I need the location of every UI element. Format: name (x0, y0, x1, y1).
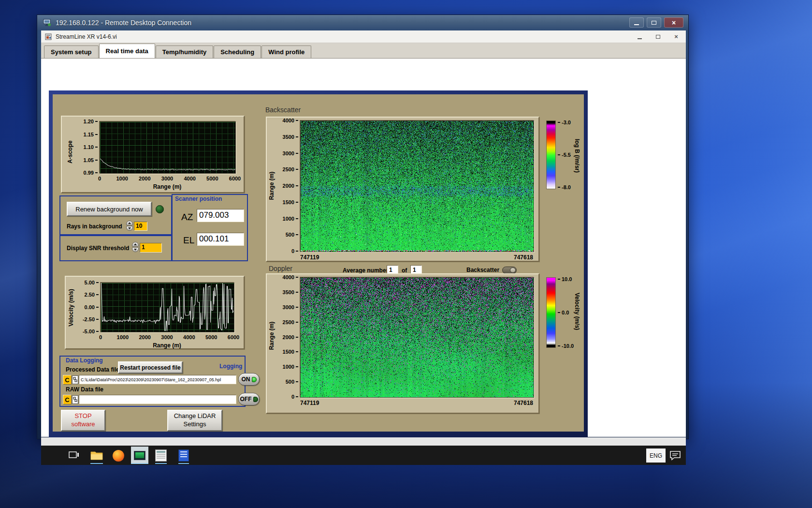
doppler-xmax-label: 747618 (465, 400, 533, 406)
toggle-knob (510, 268, 516, 273)
tab-real-time-data[interactable]: Real time data (99, 44, 155, 58)
el-value-field: 000.101 (197, 233, 244, 246)
velocity-yticks: 5.002.500.00-2.50-5.00 (78, 280, 99, 334)
taskbar: ENG (41, 446, 686, 465)
scan-scheduler-open-indicator (155, 463, 167, 464)
ascope-yticks: 1.201.151.101.050.99 (77, 119, 98, 176)
doppler-plot-canvas (301, 278, 534, 397)
app-titlebar[interactable]: StreamLine XR v14-6.vi × (41, 30, 686, 43)
ascope-plot (100, 121, 236, 174)
app-close-button[interactable]: × (669, 32, 683, 41)
change-lidar-settings-button[interactable]: Change LiDAR Settings (167, 410, 222, 431)
spinner-up-icon (128, 222, 131, 224)
raw-logging-toggle[interactable]: OFF (238, 393, 260, 405)
backscatter-xmin-label: 747119 (300, 254, 319, 261)
tab-system-setup[interactable]: System setup (44, 45, 99, 58)
blue-app-open-indicator (178, 463, 189, 464)
az-value-field: 079.003 (197, 209, 244, 222)
raw-browse-icon[interactable] (72, 395, 78, 404)
rdp-close-button[interactable]: × (664, 17, 683, 28)
rdp-window: 192.168.0.122 - Remote Desktop Connectio… (37, 15, 689, 439)
backscatter-title: Backscatter (265, 106, 301, 114)
backscatter-plot (300, 120, 534, 252)
change-line1: Change LiDAR (174, 412, 216, 420)
rays-in-background-label: Rays in background (67, 223, 122, 230)
doppler-title: Doppler (269, 265, 292, 272)
restart-processed-file-button[interactable]: Restart processed file (118, 361, 183, 374)
backscatter-toggle-label: Backscatter (466, 267, 499, 273)
backscatter-yticks: 40003500300025002000150010005000 (276, 118, 298, 254)
scanner-position-title: Scanner position (175, 195, 222, 202)
ascope-xlabel: Range (m) (100, 183, 235, 190)
renew-background-led (156, 205, 164, 213)
task-view-icon[interactable] (68, 450, 80, 463)
tab-scheduling[interactable]: Scheduling (214, 45, 261, 58)
snr-value-field[interactable]: 1 (140, 243, 162, 253)
active-app-taskbar-button[interactable] (131, 447, 148, 464)
spinner-down-icon (128, 227, 131, 229)
main-panel-frame: A-scope 1.201.151.101.050.99 01000200030… (49, 90, 588, 437)
data-logging-title: Data Logging (66, 357, 103, 364)
processed-logging-toggle[interactable]: ON (238, 373, 260, 386)
of-label: of (402, 267, 407, 274)
renew-background-button[interactable]: Renew background now (67, 202, 152, 216)
ascope-xticks: 0100020003000400050006000 (100, 176, 235, 181)
tab-wind-profile[interactable]: Wind profile (261, 45, 311, 58)
logging-on-led (252, 377, 257, 382)
logging-off-led (253, 397, 258, 402)
file-explorer-open-indicator (90, 463, 103, 464)
raw-data-file-label: RAW Data file (66, 386, 103, 393)
backscatter-colorbar (546, 120, 556, 189)
app-window: StreamLine XR v14-6.vi × System setup Re… (41, 30, 686, 437)
snr-spinner[interactable] (132, 242, 139, 253)
doppler-colorbar-label: Velocity (m/s) (574, 293, 580, 330)
rdp-maximize-button[interactable] (647, 17, 661, 28)
language-indicator[interactable]: ENG (646, 448, 666, 463)
stop-line1: STOP (74, 412, 91, 420)
rdp-icon (43, 19, 52, 27)
on-label: ON (242, 376, 250, 383)
action-center-icon[interactable] (669, 450, 681, 463)
scan-scheduler-icon[interactable] (155, 449, 167, 462)
tab-temp-humidity[interactable]: Temp/humidity (156, 45, 213, 58)
velocity-xlabel: Range (m) (101, 342, 233, 349)
tab-bar: System setup Real time data Temp/humidit… (41, 43, 686, 59)
spinner-down-icon (134, 249, 137, 251)
processed-browse-icon[interactable] (72, 375, 78, 384)
app-maximize-button[interactable] (651, 32, 665, 41)
processed-path-field[interactable]: C:\Lidar\Data\Proc\2023\202309\20230907\… (79, 375, 236, 384)
doppler-ylabel: Range (m) (268, 312, 275, 360)
blue-app-icon[interactable] (178, 449, 189, 462)
file-explorer-icon[interactable] (90, 450, 103, 463)
app-icon (45, 33, 52, 40)
el-label: EL (183, 235, 194, 246)
doppler-xmin-label: 747119 (300, 400, 319, 406)
app-minimize-button[interactable] (633, 32, 646, 41)
rdp-minimize-button[interactable] (629, 17, 644, 28)
stop-software-button[interactable]: STOP software (61, 410, 105, 431)
ascope-ylabel: A-scope (67, 128, 73, 176)
rdp-window-title: 192.168.0.122 - Remote Desktop Connectio… (56, 19, 191, 27)
main-panel: A-scope 1.201.151.101.050.99 01000200030… (53, 94, 584, 432)
backscatter-ylabel: Range (m) (268, 162, 275, 210)
average-number-label: Average number (343, 267, 388, 274)
change-line2: Settings (184, 420, 206, 429)
rdp-titlebar[interactable]: 192.168.0.122 - Remote Desktop Connectio… (37, 15, 688, 30)
ascope-plot-canvas (100, 122, 235, 173)
raw-path-field[interactable] (79, 395, 236, 404)
velocity-plot-canvas (101, 283, 234, 332)
off-label: OFF (240, 396, 252, 403)
velocity-ylabel: Velocity (m/s) (68, 284, 74, 332)
spinner-up-icon (134, 243, 137, 245)
rays-value-field[interactable]: 10 (134, 222, 147, 231)
raw-drive-selector[interactable]: C (63, 395, 72, 404)
backscatter-toggle[interactable] (502, 267, 517, 274)
rays-spinner[interactable] (126, 221, 133, 231)
app-content: A-scope 1.201.151.101.050.99 01000200030… (41, 59, 686, 437)
firefox-icon[interactable] (113, 450, 124, 462)
backscatter-colorbar-label: log B (/m/sr) (574, 139, 580, 173)
az-label: AZ (181, 212, 193, 223)
processed-drive-selector[interactable]: C (63, 375, 72, 385)
app-window-title: StreamLine XR v14-6.vi (56, 33, 117, 40)
status-strip (41, 437, 686, 446)
